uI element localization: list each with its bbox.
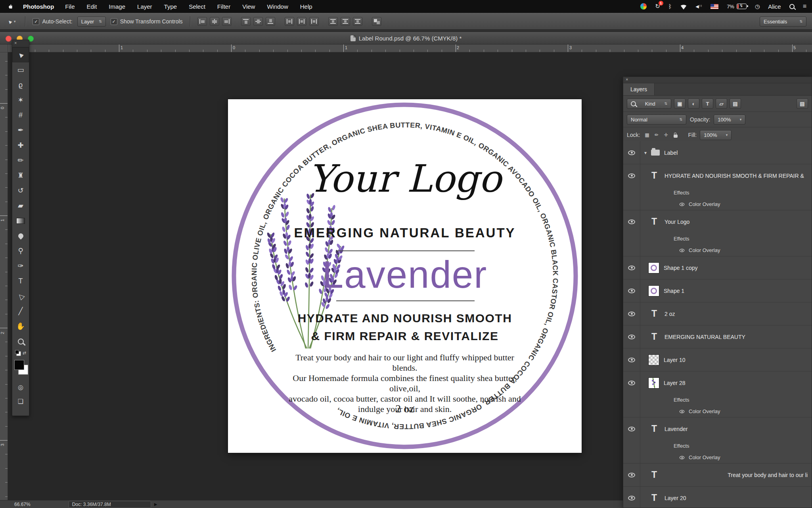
lock-transparency-icon[interactable]: ▦ (643, 131, 651, 139)
menu-type[interactable]: Type (164, 3, 177, 10)
move-tool[interactable]: ▲ (12, 47, 29, 62)
pixel-layer-thumbnail[interactable] (648, 377, 659, 389)
layer-row-2-oz[interactable]: T2 oz (623, 302, 812, 325)
text-layer-thumbnail[interactable]: T (648, 308, 660, 319)
visibility-toggle[interactable] (623, 256, 640, 279)
path-selection-tool[interactable]: △ (12, 289, 29, 304)
zoom-level-field[interactable]: 66.67% (14, 502, 31, 507)
effects-row[interactable]: Effects (623, 233, 812, 244)
visibility-toggle[interactable] (623, 210, 640, 233)
effect-color-overlay-row[interactable]: Color Overlay (623, 198, 812, 210)
type-filter-icon[interactable]: T (702, 98, 713, 109)
shape-layer-thumbnail[interactable] (648, 262, 659, 273)
layer-row-treat-your-body-and-hair-to-our-li[interactable]: TTreat your body and hair to our li (623, 464, 812, 486)
text-layer-thumbnail[interactable]: T (648, 216, 660, 227)
line-tool[interactable]: ╱ (12, 304, 29, 319)
battery-indicator[interactable]: 7% ↯ (727, 4, 747, 10)
align-top-edges-button[interactable] (241, 17, 251, 26)
hand-tool[interactable]: ✋ (12, 319, 29, 334)
magic-wand-tool[interactable]: ✶ (12, 92, 29, 108)
tools-panel-header[interactable]: × (12, 40, 29, 47)
pixel-filter-icon[interactable]: ▣ (674, 98, 686, 109)
apple-menu-icon[interactable] (7, 3, 14, 10)
effects-row[interactable]: Effects (623, 394, 812, 406)
sync-icon[interactable]: ↻1 (655, 3, 660, 10)
filter-kind-dropdown[interactable]: Kind ⇅ (627, 99, 671, 109)
rectangular-marquee-tool[interactable]: ▭ (12, 62, 29, 77)
shape-layer-thumbnail[interactable] (648, 285, 659, 296)
document-titlebar[interactable]: Label Round.psd @ 66.7% (CMYK/8) * (0, 32, 812, 44)
quick-mask-button[interactable]: ◎ (12, 380, 29, 394)
eraser-tool[interactable]: ▰ (12, 198, 29, 213)
effect-eye-icon[interactable] (680, 248, 685, 252)
disclosure-triangle-icon[interactable]: ▾ (644, 150, 647, 156)
effect-eye-icon[interactable] (680, 202, 685, 206)
effects-row[interactable]: Effects (623, 440, 812, 452)
layer-row-your-logo[interactable]: TYour Logo (623, 210, 812, 233)
user-menu[interactable]: Alice (768, 3, 781, 10)
ruler-corner[interactable] (0, 44, 8, 52)
close-icon[interactable]: × (14, 40, 17, 45)
default-colors-icon[interactable] (15, 350, 19, 354)
effect-eye-icon[interactable] (680, 410, 685, 413)
volume-icon[interactable]: ◀⁾⁾ (695, 4, 702, 9)
effect-color-overlay-row[interactable]: Color Overlay (623, 406, 812, 417)
clock-icon[interactable]: ◷ (755, 3, 760, 10)
canvas-document[interactable]: INGREDIENTS: ORGANIC OLIVE OIL, ORGANIC … (228, 99, 582, 453)
distribute-top-edges-button[interactable] (328, 17, 338, 26)
pen-tool[interactable]: ✑ (12, 258, 29, 273)
creative-cloud-icon[interactable] (640, 3, 647, 10)
layer-row-emerging-natural-beauty[interactable]: TEMERGING NATURAL BEAUTY (623, 325, 812, 348)
blur-tool[interactable] (12, 228, 29, 243)
fill-dropdown[interactable]: 100% ▾ (700, 130, 732, 140)
bluetooth-icon[interactable]: ᛒ (668, 3, 672, 10)
visibility-toggle[interactable] (623, 325, 640, 348)
swap-colors-icon[interactable]: ⇄ (23, 350, 26, 356)
panel-group-bar[interactable]: × (623, 77, 812, 83)
layer-row-shape-1-copy[interactable]: Shape 1 copy (623, 256, 812, 279)
distribute-left-edges-button[interactable] (285, 17, 294, 26)
brush-tool[interactable]: ✏ (12, 153, 29, 168)
type-tool[interactable]: T (12, 273, 29, 289)
smart-object-filter-icon[interactable]: ▤ (730, 98, 741, 109)
menu-window[interactable]: Window (267, 3, 288, 10)
status-menu-arrow[interactable]: ▶ (154, 502, 157, 506)
layer-row-layer-10[interactable]: Layer 10 (623, 348, 812, 371)
clone-stamp-tool[interactable]: ♜ (12, 168, 29, 183)
screen-mode-button[interactable]: ❏ (12, 394, 29, 408)
dodge-tool[interactable]: ⚲ (12, 243, 29, 258)
menu-select[interactable]: Select (189, 3, 205, 10)
distribute-bottom-edges-button[interactable] (353, 17, 362, 26)
filter-options-icon[interactable]: ▤ (797, 98, 808, 109)
layer-row-hydrate-and-nourish-smooth-firm-repair[interactable]: THYDRATE AND NOURISH SMOOTH & FIRM REPAI… (623, 164, 812, 187)
crop-tool[interactable]: # (12, 108, 29, 123)
menu-help[interactable]: Help (300, 3, 312, 10)
layer-row-layer-20[interactable]: TLayer 20 (623, 487, 812, 508)
effect-color-overlay-row[interactable]: Color Overlay (623, 244, 812, 256)
align-left-edges-button[interactable] (197, 17, 207, 26)
foreground-color-swatch[interactable] (14, 360, 24, 370)
lock-all-icon[interactable] (672, 131, 679, 139)
visibility-toggle[interactable] (623, 418, 640, 440)
effect-eye-icon[interactable] (680, 456, 685, 459)
layer-row-label[interactable]: ▾Label (623, 141, 812, 164)
wifi-icon[interactable] (680, 5, 687, 10)
visibility-toggle[interactable] (623, 141, 640, 164)
menu-image[interactable]: Image (109, 3, 125, 10)
lock-paint-icon[interactable]: ✏ (653, 131, 660, 139)
gradient-tool[interactable] (12, 213, 29, 228)
menu-edit[interactable]: Edit (87, 3, 97, 10)
auto-select-target-dropdown[interactable]: Layer ⇅ (77, 17, 106, 27)
shape-filter-icon[interactable]: ▱ (716, 98, 727, 109)
show-transform-controls-checkbox[interactable]: ✓ Show Transform Controls (111, 18, 183, 25)
history-brush-tool[interactable]: ↺ (12, 183, 29, 198)
menu-layer[interactable]: Layer (137, 3, 152, 10)
visibility-toggle[interactable] (623, 487, 640, 508)
layer-row-layer-28[interactable]: Layer 28 (623, 371, 812, 394)
text-layer-thumbnail[interactable]: T (648, 423, 660, 434)
lasso-tool[interactable]: ϱ (12, 77, 29, 92)
layer-row-shape-1[interactable]: Shape 1 (623, 279, 812, 302)
distribute-right-edges-button[interactable] (309, 17, 319, 26)
spotlight-search-icon[interactable] (789, 4, 795, 9)
layer-row-lavender[interactable]: TLavender (623, 418, 812, 440)
